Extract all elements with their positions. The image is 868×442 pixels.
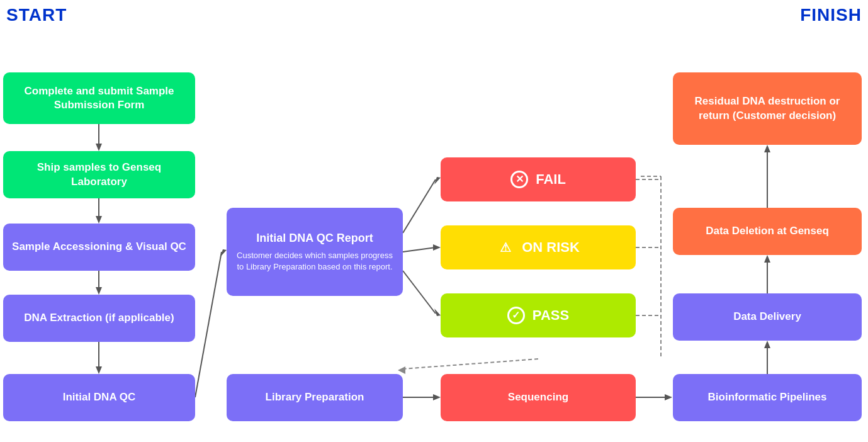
fail-box: ✕ FAIL xyxy=(441,157,636,201)
qc-report-title: Initial DNA QC Report xyxy=(256,231,373,246)
start-label: START xyxy=(6,5,67,25)
svg-marker-1 xyxy=(96,144,102,151)
svg-line-14 xyxy=(403,271,436,314)
svg-line-8 xyxy=(195,252,222,397)
data-deletion-box: Data Deletion at Genseq xyxy=(673,208,862,255)
ship-samples-box: Ship samples to Genseq Laboratory xyxy=(3,151,195,198)
accessioning-box: Sample Accessioning & Visual QC xyxy=(3,224,195,271)
svg-marker-7 xyxy=(96,366,102,374)
svg-line-10 xyxy=(403,179,436,233)
on-risk-label: ON RISK xyxy=(522,239,580,257)
submit-form-label: Complete and submit Sample Submission Fo… xyxy=(12,84,186,112)
svg-marker-30 xyxy=(764,341,770,348)
svg-marker-28 xyxy=(764,255,770,263)
dna-extraction-label: DNA Extraction (if applicable) xyxy=(24,311,174,325)
svg-marker-32 xyxy=(398,366,405,374)
bioinformatic-box: Bioinformatic Pipelines xyxy=(673,374,862,421)
svg-line-31 xyxy=(403,359,538,369)
residual-box: Residual DNA destruction or return (Cust… xyxy=(673,72,862,145)
residual-label: Residual DNA destruction or return (Cust… xyxy=(682,94,853,122)
on-risk-box: ⚠ ON RISK xyxy=(441,225,636,269)
svg-marker-26 xyxy=(764,145,770,152)
svg-marker-19 xyxy=(665,394,672,400)
svg-line-12 xyxy=(403,247,436,252)
svg-marker-11 xyxy=(434,177,441,184)
data-delivery-label: Data Delivery xyxy=(733,310,801,324)
initial-dna-qc-label: Initial DNA QC xyxy=(63,390,136,404)
pass-icon: ✓ xyxy=(507,307,525,324)
library-prep-box: Library Preparation xyxy=(227,374,403,421)
svg-marker-9 xyxy=(220,249,227,257)
page: START FINISH xyxy=(0,0,868,442)
svg-marker-5 xyxy=(96,287,102,295)
data-delivery-box: Data Delivery xyxy=(673,293,862,341)
initial-dna-qc-box: Initial DNA QC xyxy=(3,374,195,421)
svg-marker-15 xyxy=(434,309,441,316)
finish-label: FINISH xyxy=(800,5,862,25)
on-risk-icon: ⚠ xyxy=(497,239,514,256)
ship-samples-label: Ship samples to Genseq Laboratory xyxy=(12,161,186,188)
accessioning-label: Sample Accessioning & Visual QC xyxy=(12,240,186,254)
sequencing-box: Sequencing xyxy=(441,374,636,421)
qc-report-box: Initial DNA QC Report Customer decides w… xyxy=(227,208,403,296)
fail-icon: ✕ xyxy=(510,171,528,188)
qc-report-subtitle: Customer decides which samples progress … xyxy=(235,250,394,273)
svg-marker-13 xyxy=(433,244,441,251)
svg-marker-3 xyxy=(96,216,102,224)
sequencing-label: Sequencing xyxy=(508,390,568,404)
fail-label: FAIL xyxy=(536,171,566,189)
svg-marker-17 xyxy=(433,394,441,400)
bioinformatic-label: Bioinformatic Pipelines xyxy=(708,390,827,404)
library-prep-label: Library Preparation xyxy=(266,390,364,404)
dna-extraction-box: DNA Extraction (if applicable) xyxy=(3,295,195,342)
data-deletion-label: Data Deletion at Genseq xyxy=(706,224,829,238)
pass-box: ✓ PASS xyxy=(441,293,636,337)
submit-form-box: Complete and submit Sample Submission Fo… xyxy=(3,72,195,124)
pass-label: PASS xyxy=(533,307,569,325)
